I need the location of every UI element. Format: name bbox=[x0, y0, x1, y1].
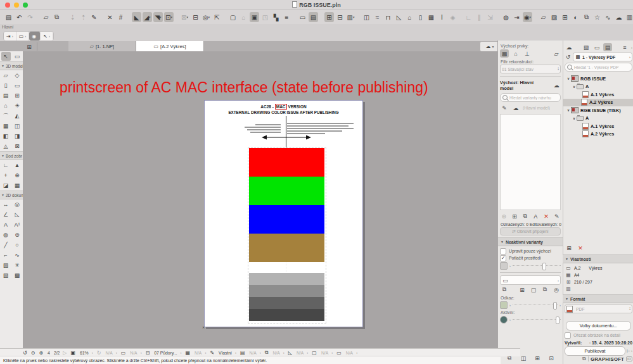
quickbar-item[interactable]: › bbox=[205, 351, 207, 355]
link-color-slider[interactable]: › › bbox=[500, 301, 561, 309]
marker-tool[interactable]: ◍ bbox=[1, 230, 11, 239]
back-icon[interactable]: ↺ bbox=[565, 53, 572, 61]
slider-handle[interactable] bbox=[553, 302, 557, 310]
quickbar-item[interactable]: › bbox=[180, 351, 182, 355]
organizer-icon[interactable]: ⧉ bbox=[52, 12, 61, 22]
arrow-tool[interactable]: ↖ bbox=[1, 52, 11, 61]
snap-grid-icon[interactable]: # bbox=[116, 12, 125, 22]
variants-search[interactable]: Hledat varianty návrhu bbox=[500, 93, 561, 102]
marquee-mode-button[interactable]: ▭› bbox=[16, 32, 30, 41]
figure-tool[interactable]: ▧ bbox=[1, 271, 11, 280]
navigator-search[interactable]: Hledat '1 - Výkresy PDF' bbox=[565, 63, 632, 72]
quickbar-item[interactable]: N/A bbox=[345, 351, 353, 355]
undo-icon[interactable]: ↶ bbox=[15, 12, 24, 22]
swatch-active-color[interactable] bbox=[500, 316, 508, 323]
resize-icon[interactable]: ⇲ bbox=[485, 12, 495, 22]
cursor-snap-icon[interactable]: ⊡▾ bbox=[164, 12, 174, 22]
tree-set-rgb-issue[interactable]: ∨RGB ISSUE bbox=[565, 75, 632, 83]
renovation-icon[interactable]: ◺ bbox=[288, 350, 293, 356]
save-icon[interactable]: ▤ bbox=[4, 12, 13, 22]
page-next-icon[interactable]: ▷ bbox=[63, 350, 67, 356]
pick-up-parameters-icon[interactable]: ⇣ bbox=[68, 12, 77, 22]
swatch-link-color[interactable] bbox=[500, 301, 508, 309]
graphic-override-icon[interactable]: ⧉ bbox=[265, 349, 269, 356]
new-folder-icon[interactable]: ⊞ bbox=[565, 244, 573, 252]
quickbar-item[interactable]: › bbox=[116, 351, 118, 355]
orientation-icon[interactable]: ↻ bbox=[97, 350, 102, 356]
quickbar-item[interactable]: › bbox=[260, 351, 262, 355]
attributes-icon[interactable]: ▨ bbox=[549, 12, 559, 22]
virtual-trace-icon[interactable]: ⊞ bbox=[324, 12, 334, 22]
door-tool[interactable]: ▤ bbox=[1, 91, 11, 100]
hatch-tool[interactable]: ⊜ bbox=[13, 230, 22, 239]
renovation-filter-select[interactable]: 01 Stávající stav ▴▾ bbox=[500, 65, 561, 73]
suppress-environment-checkbox-row[interactable]: ✓Potlačit prostředí bbox=[500, 254, 561, 261]
marquee-tool[interactable]: ▭ bbox=[13, 52, 22, 61]
duplicate-style-icon[interactable]: ⧉ bbox=[540, 286, 549, 294]
distribute-icon[interactable]: ∥ bbox=[475, 12, 484, 22]
roof-tool[interactable]: ⌒ bbox=[1, 111, 11, 120]
home-icon[interactable]: ⌂ bbox=[239, 12, 248, 22]
checkbox-checked[interactable]: ✓ bbox=[500, 255, 506, 261]
tab-overview-icon[interactable]: ▤ bbox=[309, 12, 318, 22]
clock-icon[interactable]: ◉▾ bbox=[523, 12, 532, 22]
label-tool[interactable]: A¹ bbox=[13, 220, 22, 229]
quickbar-item[interactable]: › bbox=[283, 351, 285, 355]
preset-hatch-icon[interactable]: ▩ bbox=[500, 49, 509, 58]
shell-tool[interactable]: ◭ bbox=[13, 111, 22, 120]
marquee-icon[interactable]: ▢ bbox=[228, 12, 238, 22]
rename-icon[interactable]: A bbox=[532, 212, 540, 220]
panels-icon[interactable]: ▚ bbox=[271, 12, 281, 22]
slider-handle[interactable] bbox=[542, 263, 546, 270]
copy-settings-icon[interactable]: ⧉ bbox=[500, 286, 509, 294]
dimension-tool[interactable]: ↔ bbox=[1, 200, 11, 209]
zoom-value[interactable]: 61% bbox=[79, 351, 89, 355]
arrow-tool-button[interactable]: ↖› bbox=[41, 32, 53, 41]
inject-parameters-icon[interactable]: ⇡ bbox=[79, 12, 88, 22]
slab-tool[interactable]: ▭ bbox=[13, 81, 22, 90]
window-icon[interactable]: ⧉ bbox=[582, 356, 586, 362]
beam-tool[interactable]: ▯ bbox=[1, 81, 11, 90]
trace-reference-icon[interactable]: ⊟ bbox=[335, 12, 345, 22]
slider-handle[interactable] bbox=[556, 317, 559, 324]
tree-item-tisk-a2[interactable]: A.2 Výkres bbox=[565, 130, 632, 139]
tree-item-a1[interactable]: A.1 Výkres bbox=[565, 91, 632, 99]
tree-folder-a[interactable]: ∨A bbox=[565, 83, 632, 91]
pen-set-value[interactable]: Vlastní bbox=[218, 351, 232, 355]
object-tool-icon[interactable]: ⌂ bbox=[405, 12, 414, 22]
zoom-icon[interactable]: ▣ bbox=[250, 12, 259, 22]
mesh-tool-icon[interactable]: ≈ bbox=[373, 12, 382, 22]
cloud-reset-icon[interactable]: ☁ bbox=[552, 82, 561, 90]
morph-tool[interactable]: ◫ bbox=[13, 122, 22, 130]
project-chooser-icon[interactable]: ☁ bbox=[565, 43, 573, 51]
elevation-tool[interactable]: ▲ bbox=[13, 161, 22, 170]
toolbox-section-2d[interactable]: ▼2D dokum bbox=[0, 191, 23, 199]
tab-overview-button[interactable]: ⊞ bbox=[22, 42, 37, 51]
zoom-tool-icon[interactable]: ▣ bbox=[71, 350, 77, 356]
snap-guides-icon[interactable]: ◢▾ bbox=[143, 12, 152, 22]
tab-layout-a2[interactable]: ▭[A.2 Výkres] bbox=[136, 41, 204, 51]
library-icon[interactable]: ▱ bbox=[539, 12, 548, 22]
checkbox-unchecked[interactable] bbox=[565, 332, 571, 339]
document-options-button[interactable]: Volby dokumentu... bbox=[566, 321, 631, 330]
merge-icon[interactable]: ◫ bbox=[519, 354, 528, 362]
slider-track[interactable] bbox=[513, 265, 561, 266]
folder-icon[interactable]: ▱ bbox=[552, 49, 561, 58]
renovation-filter-icon[interactable]: ▭ bbox=[121, 350, 127, 356]
toolbox-section-3d[interactable]: ▼3D model bbox=[0, 61, 23, 70]
polyline-tool[interactable]: ⌐ bbox=[1, 251, 11, 260]
move-to-variant-icon[interactable]: ⊞ bbox=[533, 354, 542, 362]
slider-track[interactable] bbox=[513, 304, 558, 305]
add-override-icon[interactable]: ⊞ bbox=[518, 286, 527, 294]
suspend-groups-icon[interactable]: ⊟ bbox=[191, 12, 200, 22]
tab-floor-plan[interactable]: ▱[1. 1.NP] bbox=[68, 41, 136, 51]
text-tool-icon[interactable]: I bbox=[437, 12, 447, 22]
restore-connection-button[interactable]: ⇄Obnovit připojení bbox=[500, 227, 561, 235]
line-tool[interactable]: ╱ bbox=[1, 241, 11, 249]
radial-dimension-tool[interactable]: ◺ bbox=[13, 210, 22, 219]
fill-tool[interactable]: ▨ bbox=[1, 261, 11, 270]
publisher-icon[interactable]: ▤ bbox=[603, 43, 612, 51]
layout-book-icon[interactable]: ▭ bbox=[592, 43, 601, 51]
delete-item-icon[interactable]: ✕ bbox=[576, 244, 585, 252]
roof-tool-icon[interactable]: ◺ bbox=[394, 12, 404, 22]
